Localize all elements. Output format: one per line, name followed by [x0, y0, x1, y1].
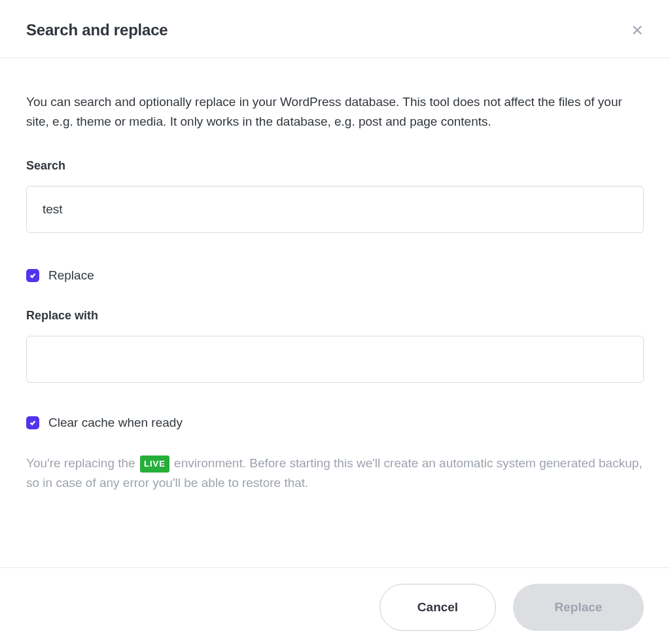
dialog-header: Search and replace	[0, 0, 670, 58]
replace-checkbox-row: Replace	[26, 268, 644, 283]
note-prefix: You're replacing the	[26, 456, 139, 470]
dialog-body: You can search and optionally replace in…	[0, 58, 670, 513]
environment-note: You're replacing the LIVE environment. B…	[26, 454, 644, 493]
cancel-button[interactable]: Cancel	[379, 584, 496, 631]
cancel-button-label: Cancel	[417, 600, 458, 615]
replace-with-input[interactable]	[26, 336, 644, 383]
close-icon[interactable]	[631, 24, 644, 37]
clear-cache-checkbox-label: Clear cache when ready	[48, 416, 183, 430]
clear-cache-checkbox[interactable]	[26, 416, 39, 429]
replace-checkbox[interactable]	[26, 269, 39, 282]
dialog-title: Search and replace	[26, 21, 168, 39]
replace-with-label: Replace with	[26, 309, 644, 323]
replace-checkbox-label: Replace	[48, 268, 94, 283]
dialog-footer: Cancel Replace	[0, 567, 670, 644]
description-text: You can search and optionally replace in…	[26, 92, 644, 132]
clear-cache-checkbox-row: Clear cache when ready	[26, 416, 644, 430]
search-label: Search	[26, 159, 644, 173]
replace-button-label: Replace	[555, 600, 603, 615]
live-badge: LIVE	[140, 456, 169, 473]
replace-button[interactable]: Replace	[513, 584, 644, 631]
search-input[interactable]	[26, 186, 644, 233]
